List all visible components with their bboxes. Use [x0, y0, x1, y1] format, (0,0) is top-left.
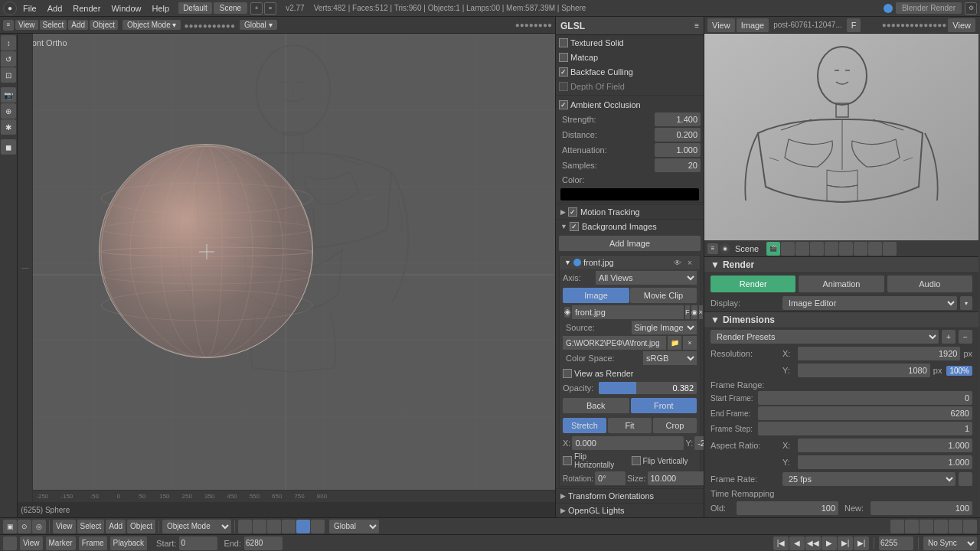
- filepath-input[interactable]: [563, 336, 666, 350]
- glsl-close-btn[interactable]: ≡: [694, 21, 699, 30]
- asp-x-input[interactable]: [798, 439, 972, 452]
- object-btn-vp[interactable]: Object: [90, 20, 118, 30]
- display-dropdown[interactable]: Image Editor: [782, 296, 957, 310]
- scene-icon-rp[interactable]: ◉: [720, 243, 730, 254]
- view-btn-vp[interactable]: View: [15, 20, 38, 30]
- rm-icon-1[interactable]: [238, 520, 252, 533]
- rp-icon4[interactable]: [810, 242, 824, 256]
- filepath-x-btn[interactable]: ×: [683, 336, 697, 350]
- y-coord-input[interactable]: [694, 436, 704, 450]
- presets-del-btn[interactable]: −: [959, 330, 972, 344]
- tool-move[interactable]: ✱: [1, 119, 16, 135]
- tb-right-icon-3[interactable]: [920, 520, 933, 533]
- image-x-btn[interactable]: ×: [699, 305, 703, 319]
- opengl-lights-header[interactable]: ▶ OpenGL Lights: [556, 503, 704, 517]
- sync-dropdown[interactable]: No Sync: [923, 536, 977, 550]
- image-link-btn[interactable]: ◉: [691, 305, 697, 319]
- select-tb-btn[interactable]: Select: [77, 520, 105, 533]
- crop-btn[interactable]: Crop: [653, 418, 697, 433]
- size-input[interactable]: [648, 471, 705, 485]
- tool-rotate[interactable]: ↺: [1, 51, 16, 67]
- rp-icon7[interactable]: [854, 242, 867, 256]
- opacity-bar[interactable]: 0.382: [599, 382, 697, 394]
- current-frame-tl[interactable]: [879, 536, 913, 550]
- object-tb-btn[interactable]: Object: [127, 520, 155, 533]
- tab-image[interactable]: Image: [563, 288, 629, 303]
- fps-expand-btn[interactable]: [959, 472, 972, 486]
- motion-tracking-checkbox[interactable]: [568, 207, 577, 217]
- tb-right-icon-6[interactable]: [963, 520, 977, 533]
- flip-h-checkbox[interactable]: [563, 456, 572, 465]
- rm-icon-3[interactable]: [267, 520, 281, 533]
- tool-camera[interactable]: 📷: [1, 87, 16, 103]
- menu-file[interactable]: File: [18, 2, 41, 15]
- image-sub-expand[interactable]: ▼: [564, 259, 571, 266]
- presets-add-btn[interactable]: +: [942, 330, 956, 344]
- rp-icon6[interactable]: [839, 242, 853, 256]
- frame-rate-dropdown[interactable]: 25 fps: [782, 472, 956, 486]
- timeline-frame-btn[interactable]: Frame: [79, 536, 107, 550]
- transform-orientations-header[interactable]: ▶ Transform Orientations: [556, 488, 704, 503]
- color-swatch[interactable]: [560, 188, 699, 201]
- prev-frame-btn[interactable]: ◀: [789, 536, 805, 550]
- render-presets-dropdown[interactable]: Render Presets: [710, 330, 939, 344]
- render-icon[interactable]: 🎬: [766, 242, 780, 256]
- strength-input[interactable]: [655, 112, 701, 126]
- dimensions-section-header[interactable]: ▼ Dimensions: [704, 312, 978, 328]
- scene-add-btn[interactable]: +: [250, 2, 263, 15]
- samples-input[interactable]: [655, 158, 701, 172]
- mode-icon-2[interactable]: ⊙: [18, 520, 31, 533]
- jump-start-btn[interactable]: |◀: [773, 536, 789, 550]
- image-browse-icon[interactable]: ◈: [564, 307, 570, 318]
- rm-icon-2[interactable]: [253, 520, 266, 533]
- timeline-icon-1[interactable]: [3, 536, 17, 550]
- tb-right-icon-1[interactable]: [890, 520, 904, 533]
- fit-btn[interactable]: Fit: [608, 418, 652, 433]
- render-btn-main[interactable]: Render: [710, 276, 795, 292]
- image-f-btn[interactable]: F: [685, 305, 690, 319]
- image-visibility-btn[interactable]: 👁: [672, 257, 683, 268]
- next-frame-btn[interactable]: ▶|: [838, 536, 853, 550]
- depth-of-field-checkbox[interactable]: [559, 82, 568, 91]
- render-section-header[interactable]: ▼ Render: [704, 257, 978, 273]
- mode-dropdown-tb[interactable]: Object Mode: [162, 520, 231, 533]
- add-tb-btn[interactable]: Add: [106, 520, 126, 533]
- add-btn-vp[interactable]: Add: [68, 20, 88, 30]
- tool-cursor[interactable]: ⊕: [1, 103, 16, 119]
- vp-menu-icon[interactable]: ≡: [3, 20, 14, 31]
- colorspace-dropdown[interactable]: sRGB: [643, 351, 697, 365]
- jump-end-btn[interactable]: ▶|: [854, 536, 869, 550]
- rotation-input[interactable]: [595, 471, 626, 485]
- tool-scale[interactable]: ⊡: [1, 67, 16, 83]
- axis-dropdown[interactable]: All Views: [596, 271, 697, 285]
- global-dropdown[interactable]: Global ▾: [240, 20, 277, 30]
- scene-dropdown[interactable]: Scene: [214, 2, 247, 14]
- stretch-btn[interactable]: Stretch: [563, 418, 606, 433]
- asp-y-input[interactable]: [798, 455, 972, 469]
- front-btn[interactable]: Front: [631, 398, 697, 413]
- background-images-header[interactable]: ▼ Background Images: [556, 219, 704, 233]
- menu-add[interactable]: Add: [43, 2, 67, 15]
- render-engine-dropdown[interactable]: Blender Render: [896, 2, 962, 14]
- play-fwd-btn[interactable]: ▶: [822, 536, 837, 550]
- tool-translate[interactable]: ↕: [1, 35, 16, 51]
- matcap-checkbox[interactable]: [559, 53, 568, 62]
- rm-icon-6[interactable]: [311, 520, 325, 533]
- tool-layer[interactable]: ◼: [1, 139, 16, 155]
- res-pct-btn[interactable]: 100%: [946, 366, 972, 376]
- blender-logo[interactable]: ●: [3, 2, 17, 15]
- rp-f-btn[interactable]: F: [847, 18, 861, 32]
- display-expand-btn[interactable]: ▾: [960, 296, 972, 310]
- tb-right-icon-2[interactable]: [905, 520, 919, 533]
- flip-v-checkbox[interactable]: [632, 456, 641, 465]
- rp-icon8[interactable]: [868, 242, 882, 256]
- global-dropdown-tb[interactable]: Global: [329, 520, 379, 533]
- mode-dropdown-vp[interactable]: Object Mode ▾: [122, 20, 181, 30]
- tab-movie-clip[interactable]: Movie Clip: [630, 288, 697, 303]
- rp-icon9[interactable]: [883, 242, 897, 256]
- rp-menu-icon[interactable]: ≡: [707, 243, 718, 254]
- backface-culling-checkbox[interactable]: [559, 67, 568, 77]
- attenuation-input[interactable]: [655, 143, 701, 157]
- rm-icon-5[interactable]: [296, 520, 310, 533]
- rp-view2-btn[interactable]: View: [948, 18, 975, 32]
